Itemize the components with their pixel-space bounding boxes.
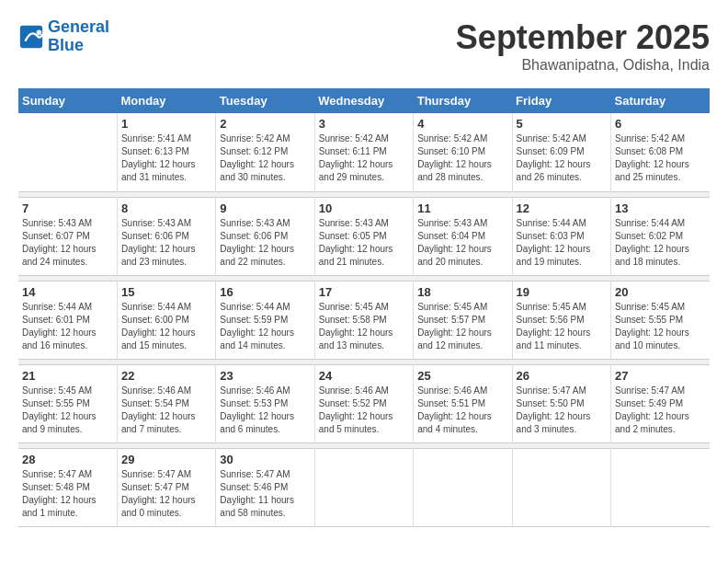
day-number: 12 [517,201,607,215]
day-info: Sunrise: 5:42 AM Sunset: 6:12 PM Dayligh… [220,132,310,184]
location: Bhawanipatna, Odisha, India [456,57,710,74]
day-info: Sunrise: 5:45 AM Sunset: 5:55 PM Dayligh… [615,301,706,352]
day-info: Sunrise: 5:47 AM Sunset: 5:49 PM Dayligh… [615,385,706,436]
day-info: Sunrise: 5:42 AM Sunset: 6:11 PM Dayligh… [319,132,409,184]
calendar-cell-22: 22Sunrise: 5:46 AM Sunset: 5:54 PM Dayli… [117,364,215,442]
calendar-cell-18: 18Sunrise: 5:45 AM Sunset: 5:57 PM Dayli… [414,281,512,359]
day-info: Sunrise: 5:43 AM Sunset: 6:04 PM Dayligh… [417,217,507,269]
calendar-cell-20: 20Sunrise: 5:45 AM Sunset: 5:55 PM Dayli… [611,281,710,359]
day-info: Sunrise: 5:44 AM Sunset: 6:02 PM Dayligh… [615,217,706,269]
weekday-header-row: SundayMondayTuesdayWednesdayThursdayFrid… [18,88,710,113]
day-number: 18 [417,285,507,299]
calendar-cell-7: 7Sunrise: 5:43 AM Sunset: 6:07 PM Daylig… [18,197,117,275]
logo: General Blue [18,18,109,55]
day-info: Sunrise: 5:42 AM Sunset: 6:10 PM Dayligh… [417,132,507,184]
calendar-cell-0 [18,113,117,191]
day-number: 25 [417,369,507,383]
calendar-cell-24: 24Sunrise: 5:46 AM Sunset: 5:52 PM Dayli… [314,364,413,442]
day-number: 30 [220,453,310,466]
weekday-header-thursday: Thursday [414,88,512,113]
day-number: 9 [220,201,310,215]
day-info: Sunrise: 5:47 AM Sunset: 5:48 PM Dayligh… [22,468,113,520]
day-info: Sunrise: 5:42 AM Sunset: 6:08 PM Dayligh… [615,132,706,184]
weekday-header-wednesday: Wednesday [314,88,413,113]
weekday-header-saturday: Saturday [611,88,710,113]
svg-point-1 [37,29,42,35]
day-info: Sunrise: 5:45 AM Sunset: 5:58 PM Dayligh… [319,301,409,352]
calendar-cell-33 [512,448,610,526]
calendar-cell-6: 6Sunrise: 5:42 AM Sunset: 6:08 PM Daylig… [611,113,710,191]
calendar-cell-5: 5Sunrise: 5:42 AM Sunset: 6:09 PM Daylig… [512,113,610,191]
day-number: 6 [615,117,706,131]
day-number: 23 [220,369,310,383]
day-info: Sunrise: 5:45 AM Sunset: 5:57 PM Dayligh… [417,301,507,352]
logo-line2: Blue [48,37,109,55]
day-number: 16 [220,285,310,299]
week-row-4: 21Sunrise: 5:45 AM Sunset: 5:55 PM Dayli… [18,364,710,442]
calendar-cell-27: 27Sunrise: 5:47 AM Sunset: 5:49 PM Dayli… [611,364,710,442]
calendar-cell-14: 14Sunrise: 5:44 AM Sunset: 6:01 PM Dayli… [18,281,117,359]
calendar-cell-12: 12Sunrise: 5:44 AM Sunset: 6:03 PM Dayli… [512,197,610,275]
day-info: Sunrise: 5:42 AM Sunset: 6:09 PM Dayligh… [517,132,607,184]
day-number: 14 [22,285,113,299]
calendar-cell-30: 30Sunrise: 5:47 AM Sunset: 5:46 PM Dayli… [216,448,314,526]
calendar-cell-28: 28Sunrise: 5:47 AM Sunset: 5:48 PM Dayli… [18,448,117,526]
calendar-cell-13: 13Sunrise: 5:44 AM Sunset: 6:02 PM Dayli… [611,197,710,275]
day-number: 15 [121,285,211,299]
day-number: 24 [319,369,409,383]
day-number: 8 [121,201,211,215]
calendar-cell-11: 11Sunrise: 5:43 AM Sunset: 6:04 PM Dayli… [414,197,512,275]
calendar-cell-31 [314,448,413,526]
day-info: Sunrise: 5:44 AM Sunset: 6:00 PM Dayligh… [121,301,211,352]
calendar-cell-16: 16Sunrise: 5:44 AM Sunset: 5:59 PM Dayli… [216,281,314,359]
day-number: 11 [417,201,507,215]
weekday-header-friday: Friday [512,88,610,113]
day-info: Sunrise: 5:45 AM Sunset: 5:55 PM Dayligh… [22,385,113,436]
weekday-header-sunday: Sunday [18,88,117,113]
calendar-cell-34 [611,448,710,526]
day-info: Sunrise: 5:43 AM Sunset: 6:07 PM Dayligh… [22,217,113,269]
day-number: 10 [319,201,409,215]
calendar-cell-10: 10Sunrise: 5:43 AM Sunset: 6:05 PM Dayli… [314,197,413,275]
day-info: Sunrise: 5:45 AM Sunset: 5:56 PM Dayligh… [517,301,607,352]
day-info: Sunrise: 5:43 AM Sunset: 6:06 PM Dayligh… [220,217,310,269]
logo-icon [18,24,44,50]
week-row-5: 28Sunrise: 5:47 AM Sunset: 5:48 PM Dayli… [18,448,710,526]
week-row-3: 14Sunrise: 5:44 AM Sunset: 6:01 PM Dayli… [18,281,710,359]
day-info: Sunrise: 5:46 AM Sunset: 5:51 PM Dayligh… [417,385,507,436]
weekday-header-monday: Monday [117,88,215,113]
calendar-cell-21: 21Sunrise: 5:45 AM Sunset: 5:55 PM Dayli… [18,364,117,442]
day-info: Sunrise: 5:43 AM Sunset: 6:06 PM Dayligh… [121,217,211,269]
calendar-cell-17: 17Sunrise: 5:45 AM Sunset: 5:58 PM Dayli… [314,281,413,359]
day-info: Sunrise: 5:41 AM Sunset: 6:13 PM Dayligh… [121,132,211,184]
logo-text: General Blue [48,18,109,55]
day-number: 1 [121,117,211,131]
logo-line1: General [48,17,109,36]
day-number: 17 [319,285,409,299]
day-info: Sunrise: 5:46 AM Sunset: 5:53 PM Dayligh… [220,385,310,436]
day-info: Sunrise: 5:43 AM Sunset: 6:05 PM Dayligh… [319,217,409,269]
day-number: 7 [22,201,113,215]
day-number: 13 [615,201,706,215]
day-info: Sunrise: 5:44 AM Sunset: 6:01 PM Dayligh… [22,301,113,352]
day-info: Sunrise: 5:44 AM Sunset: 6:03 PM Dayligh… [517,217,607,269]
day-number: 26 [517,369,607,383]
day-number: 21 [22,369,113,383]
day-number: 3 [319,117,409,131]
calendar-cell-1: 1Sunrise: 5:41 AM Sunset: 6:13 PM Daylig… [117,113,215,191]
day-number: 28 [22,453,113,466]
calendar-cell-4: 4Sunrise: 5:42 AM Sunset: 6:10 PM Daylig… [414,113,512,191]
day-number: 5 [517,117,607,131]
calendar-cell-23: 23Sunrise: 5:46 AM Sunset: 5:53 PM Dayli… [216,364,314,442]
calendar-cell-19: 19Sunrise: 5:45 AM Sunset: 5:56 PM Dayli… [512,281,610,359]
page-header: General Blue September 2025 Bhawanipatna… [18,18,710,74]
day-number: 19 [517,285,607,299]
calendar-table: SundayMondayTuesdayWednesdayThursdayFrid… [18,88,710,527]
day-number: 20 [615,285,706,299]
day-info: Sunrise: 5:46 AM Sunset: 5:52 PM Dayligh… [319,385,409,436]
day-info: Sunrise: 5:47 AM Sunset: 5:50 PM Dayligh… [517,385,607,436]
calendar-cell-26: 26Sunrise: 5:47 AM Sunset: 5:50 PM Dayli… [512,364,610,442]
weekday-header-tuesday: Tuesday [216,88,314,113]
day-info: Sunrise: 5:47 AM Sunset: 5:47 PM Dayligh… [121,468,211,520]
day-number: 2 [220,117,310,131]
